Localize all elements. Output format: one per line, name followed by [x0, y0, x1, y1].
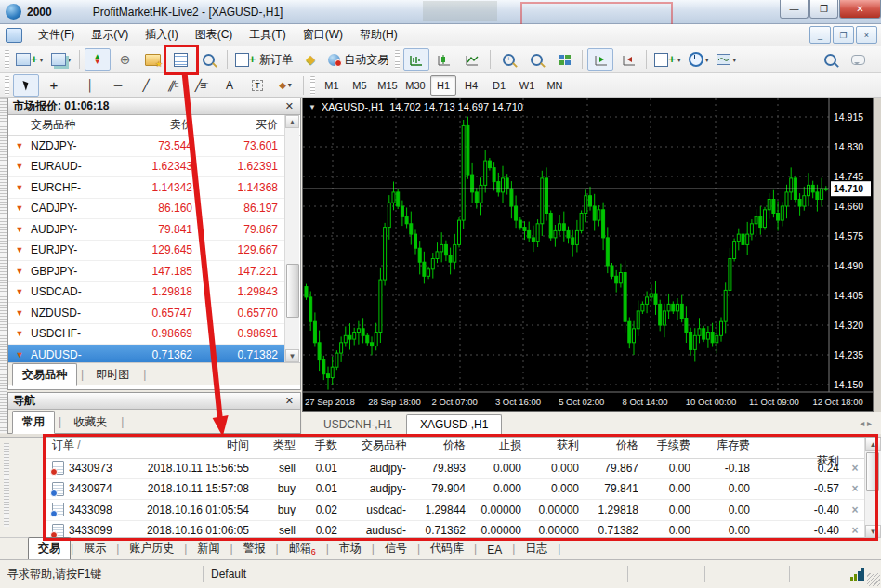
new-chart-button[interactable]: +▾: [13, 48, 46, 71]
periods-button[interactable]: ▾: [686, 48, 712, 71]
new-order-button[interactable]: + 新订单: [232, 48, 296, 71]
close-button[interactable]: ✕: [839, 0, 881, 19]
menu-item-1[interactable]: 显示(V): [83, 25, 137, 45]
restore-button[interactable]: ❐: [809, 0, 838, 19]
col-sell[interactable]: 卖价: [114, 117, 200, 133]
market-row[interactable]: ▼EURCHF-1.143421.14368: [8, 177, 285, 199]
market-row[interactable]: ▼NZDUSD-0.657470.65770: [8, 303, 285, 324]
autotrading-button[interactable]: 自动交易: [325, 48, 391, 71]
scroll-down-icon[interactable]: ▼: [285, 349, 299, 362]
scrollbar-thumb[interactable]: [286, 264, 299, 318]
timeframe-MN[interactable]: MN: [542, 75, 568, 96]
chart-window[interactable]: 14.91514.83014.74514.66014.57514.49014.4…: [302, 98, 874, 412]
label-tool-button[interactable]: T: [244, 74, 270, 97]
child-minimize-button[interactable]: _: [809, 26, 831, 44]
chat-button[interactable]: [845, 48, 871, 71]
menu-item-0[interactable]: 文件(F): [30, 25, 83, 45]
child-close-button[interactable]: ×: [856, 26, 877, 44]
toolbar-grip[interactable]: [395, 50, 400, 69]
tab-scroll-arrows-icon[interactable]: ◂ ▸: [860, 418, 872, 428]
menu-item-2[interactable]: 插入(I): [137, 25, 186, 45]
terminal-tab-10[interactable]: 日志: [515, 537, 558, 560]
navigator-tab-1[interactable]: 收藏夹: [63, 411, 117, 434]
col-tp[interactable]: 获利: [527, 438, 585, 453]
trendline-button[interactable]: ╱: [133, 74, 159, 97]
col-price[interactable]: 价格: [412, 438, 471, 453]
terminal-tab-3[interactable]: 新闻: [187, 537, 230, 560]
line-chart-button[interactable]: [459, 48, 485, 71]
candlestick-button[interactable]: [431, 48, 457, 71]
col-type[interactable]: 类型: [255, 438, 301, 453]
col-commission[interactable]: 手续费: [644, 438, 696, 453]
terminal-tab-5[interactable]: 邮箱6: [279, 537, 326, 560]
menu-item-4[interactable]: 工具(T): [241, 25, 294, 45]
terminal-tab-4[interactable]: 警报: [233, 537, 276, 560]
terminal-tab-8[interactable]: 代码库: [420, 537, 474, 560]
order-row[interactable]: 34309742018.10.11 15:57:08buy0.01audjpy-…: [45, 479, 865, 501]
bar-chart-button[interactable]: [403, 48, 429, 71]
timeframe-M30[interactable]: M30: [402, 75, 428, 96]
col-time[interactable]: 时间: [136, 438, 255, 453]
terminal-tab-1[interactable]: 展示: [73, 537, 116, 560]
profiles-button[interactable]: ▾: [48, 48, 74, 71]
panel-drag-grip[interactable]: [0, 98, 7, 433]
market-watch-tab-0[interactable]: 交易品种: [12, 363, 77, 386]
navigator-button[interactable]: ★: [140, 48, 166, 71]
col-buy[interactable]: 买价: [200, 117, 285, 133]
templates-button[interactable]: ▾: [714, 48, 740, 71]
market-row[interactable]: ▼GBPJPY-147.185147.221: [8, 261, 285, 282]
close-order-icon[interactable]: ×: [845, 482, 865, 495]
market-row[interactable]: ▼CADJPY-86.16086.197: [8, 199, 285, 220]
scroll-down-icon[interactable]: ▼: [865, 525, 881, 538]
terminal-tab-6[interactable]: 市场: [329, 537, 372, 560]
cursor-tool-button[interactable]: [13, 74, 39, 97]
metaeditor-button[interactable]: ◆: [297, 48, 323, 71]
terminal-tab-9[interactable]: EA: [477, 540, 512, 560]
market-row[interactable]: ▼USDCAD-1.298181.29843: [8, 282, 285, 304]
crosshair-tool-button[interactable]: +: [41, 74, 67, 97]
close-order-icon[interactable]: ×: [845, 524, 865, 537]
channel-button[interactable]: ∥E: [161, 74, 187, 97]
close-order-icon[interactable]: ×: [845, 462, 865, 475]
timeframe-W1[interactable]: W1: [514, 75, 540, 96]
menu-item-5[interactable]: 窗口(W): [295, 25, 351, 45]
zoom-in-button[interactable]: +: [495, 48, 521, 71]
chart-tab-0[interactable]: USDCNH-,H1: [309, 414, 406, 435]
market-watch-tab-1[interactable]: 即时图: [85, 363, 139, 386]
child-restore-button[interactable]: ❐: [833, 26, 854, 44]
zoom-out-button[interactable]: -: [523, 48, 549, 71]
toolbar-grip[interactable]: [5, 50, 9, 69]
terminal-tab-2[interactable]: 账户历史: [119, 537, 184, 560]
market-row[interactable]: ▼EURJPY-129.645129.667: [8, 241, 285, 262]
navigator-tab-0[interactable]: 常用: [12, 411, 55, 434]
terminal-button[interactable]: [168, 48, 194, 71]
chart-shift-button[interactable]: [615, 48, 641, 71]
order-row[interactable]: 34309732018.10.11 15:56:55sell0.01audjpy…: [45, 458, 865, 479]
market-watch-button[interactable]: ▲▼: [85, 48, 111, 71]
indicators-button[interactable]: +▾: [651, 48, 684, 71]
terminal-tab-7[interactable]: 信号: [375, 537, 417, 560]
toolbar-grip[interactable]: [5, 76, 9, 95]
fibonacci-button[interactable]: ╱≡F: [189, 74, 215, 97]
timeframe-H4[interactable]: H4: [458, 75, 484, 96]
price-chart[interactable]: 14.91514.83014.74514.66014.57514.49014.4…: [303, 98, 873, 411]
search-button[interactable]: [817, 48, 843, 71]
resize-grip[interactable]: [867, 573, 880, 586]
col-symbol[interactable]: 交易品种: [343, 438, 412, 453]
menu-item-6[interactable]: 帮助(H): [351, 25, 406, 45]
timeframe-M5[interactable]: M5: [347, 75, 373, 96]
terminal-tab-0[interactable]: 交易: [28, 537, 71, 560]
strategy-tester-button[interactable]: [196, 48, 222, 71]
scrollbar-thumb[interactable]: [866, 452, 879, 491]
shapes-button[interactable]: ◆▾: [272, 74, 298, 97]
horizontal-line-button[interactable]: ─: [105, 74, 131, 97]
timeframe-H1[interactable]: H1: [430, 75, 456, 96]
minimize-button[interactable]: —: [780, 0, 809, 19]
col-symbol[interactable]: 交易品种: [31, 117, 114, 133]
close-order-icon[interactable]: ×: [845, 503, 865, 516]
order-row[interactable]: 34330982018.10.16 01:05:54buy0.02usdcad-…: [45, 500, 865, 521]
market-row[interactable]: ▼AUDJPY-79.84179.867: [8, 219, 285, 241]
status-profile[interactable]: Default: [204, 568, 627, 581]
market-watch-close-icon[interactable]: ✕: [283, 100, 296, 112]
col-order[interactable]: 订单 /: [45, 438, 136, 453]
